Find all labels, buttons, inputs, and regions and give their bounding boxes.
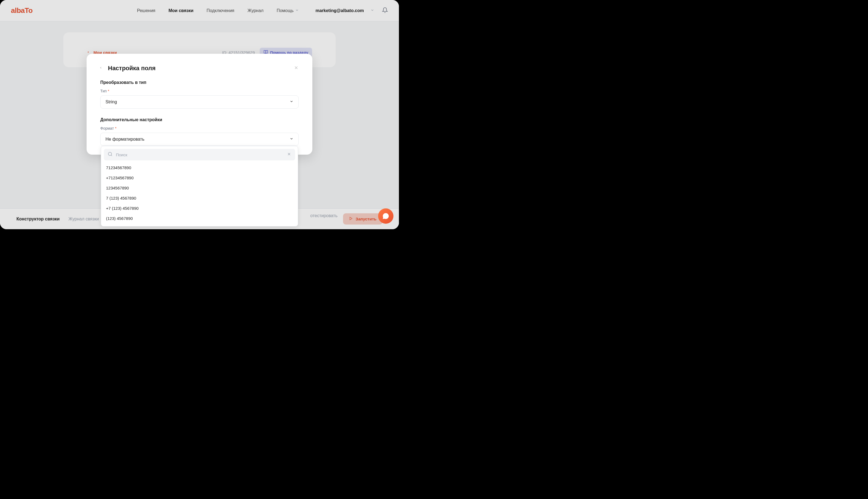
option-item[interactable]: +7 (123) 4567890 (104, 203, 295, 213)
chevron-down-icon (290, 137, 293, 142)
chevron-left-icon[interactable] (99, 65, 102, 71)
option-list: 71234567890 +71234567890 1234567890 7 (1… (104, 162, 295, 223)
svg-line-3 (111, 155, 112, 156)
svg-point-2 (108, 152, 112, 156)
modal-body: Преобразовать в тип Тип * String Дополни… (87, 80, 312, 146)
clear-icon[interactable] (287, 152, 291, 157)
section-convert-label: Преобразовать в тип (100, 80, 299, 85)
format-select[interactable]: Не форматировать (100, 133, 299, 146)
option-item[interactable]: +71234567890 (104, 173, 295, 183)
option-item[interactable]: (123) 4567890 (104, 213, 295, 223)
type-select-value: String (105, 99, 117, 105)
type-field-label: Тип * (100, 89, 299, 93)
format-field-label: Формат * (100, 126, 299, 131)
search-icon (108, 151, 113, 158)
chevron-down-icon (290, 99, 293, 105)
dropdown-search (104, 149, 295, 160)
section-extra-label: Дополнительные настройки (100, 117, 299, 122)
option-item[interactable]: 7 (123) 4567890 (104, 193, 295, 203)
format-select-value: Не форматировать (105, 137, 144, 142)
option-item[interactable]: 71234567890 (104, 162, 295, 173)
format-dropdown: 71234567890 +71234567890 1234567890 7 (1… (101, 146, 298, 227)
search-input[interactable] (116, 153, 284, 157)
modal-title: Настройка поля (108, 65, 156, 72)
chat-bubble[interactable] (378, 208, 393, 224)
close-icon[interactable] (294, 65, 299, 72)
option-item[interactable]: 1234567890 (104, 183, 295, 193)
field-settings-modal: Настройка поля Преобразовать в тип Тип *… (87, 54, 312, 155)
type-select[interactable]: String (100, 95, 299, 109)
modal-header: Настройка поля (87, 65, 312, 72)
